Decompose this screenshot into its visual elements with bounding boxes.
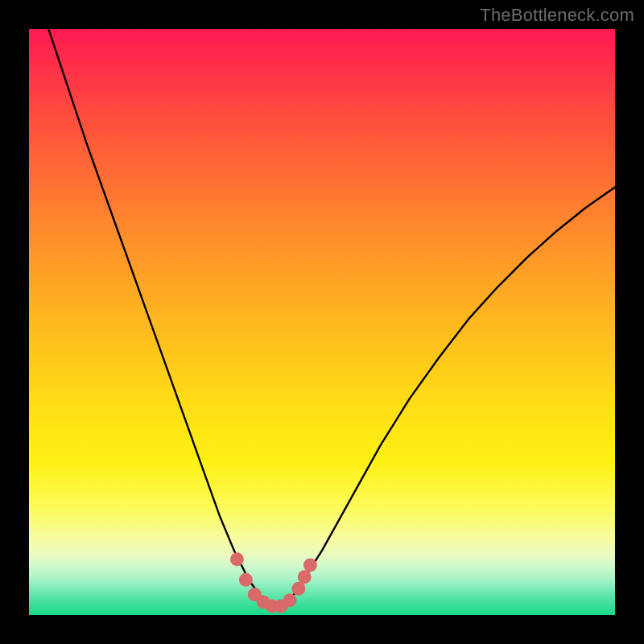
chart-frame: TheBottleneck.com (0, 0, 644, 644)
curve-marker (230, 552, 244, 566)
curve-marker (303, 559, 317, 572)
curve-marker (291, 582, 305, 596)
curve-marker (283, 593, 297, 607)
curve-marker (298, 570, 312, 584)
curve-marker (239, 573, 253, 587)
watermark-text: TheBottleneck.com (480, 5, 634, 26)
curve-layer (29, 29, 615, 615)
plot-area (29, 29, 615, 615)
bottleneck-curve (29, 29, 615, 608)
